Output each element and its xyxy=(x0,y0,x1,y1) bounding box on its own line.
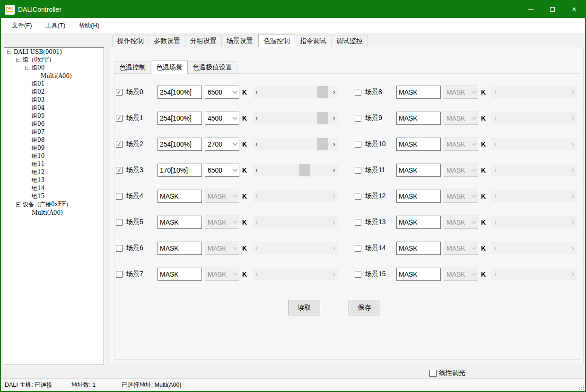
checkbox-icon[interactable] xyxy=(355,271,361,278)
slider-thumb[interactable] xyxy=(317,138,328,150)
scene-level-input[interactable] xyxy=(157,216,202,229)
subtab-色温场景[interactable]: 色温场景 xyxy=(151,61,188,74)
linear-dimming-checkbox-box[interactable] xyxy=(429,370,437,377)
scene-checkbox[interactable]: ✓ xyxy=(116,167,122,174)
tab-分组设置[interactable]: 分组设置 xyxy=(185,35,222,47)
checkbox-icon[interactable] xyxy=(116,193,122,200)
checkbox-icon[interactable] xyxy=(355,167,361,174)
scene-level-input[interactable] xyxy=(157,138,202,151)
slider-track[interactable] xyxy=(261,86,330,98)
scene-level-input[interactable] xyxy=(157,190,202,203)
tree-node-18[interactable]: 组15 xyxy=(4,192,104,200)
subtab-色温控制[interactable]: 色温控制 xyxy=(114,61,151,74)
scene-temp-dropdown[interactable]: MASK xyxy=(205,242,239,255)
slider-track[interactable] xyxy=(261,138,330,150)
slider-right-arrow-icon[interactable]: › xyxy=(330,112,338,124)
scene-temp-dropdown[interactable]: MASK xyxy=(205,216,239,229)
scene-checkbox[interactable] xyxy=(116,219,122,226)
checkbox-icon[interactable] xyxy=(355,141,361,148)
scene-level-input[interactable] xyxy=(396,216,441,229)
scene-checkbox[interactable]: ✓ xyxy=(116,141,122,148)
maximize-button[interactable] xyxy=(542,1,563,18)
tree-node-4[interactable]: 组01 xyxy=(4,80,104,88)
checkbox-icon[interactable] xyxy=(116,271,122,278)
tree-node-13[interactable]: 组10 xyxy=(4,152,104,160)
scene-checkbox[interactable] xyxy=(355,89,361,96)
scene-temp-dropdown[interactable]: MASK xyxy=(444,190,478,203)
slider-thumb[interactable] xyxy=(317,86,328,98)
tree-node-8[interactable]: 组05 xyxy=(4,112,104,120)
tree-node-12[interactable]: 组09 xyxy=(4,144,104,152)
tree-node-5[interactable]: 组02 xyxy=(4,88,104,96)
scene-temp-dropdown[interactable]: MASK xyxy=(205,190,239,203)
resize-grip[interactable] xyxy=(579,385,584,390)
tab-操作控制[interactable]: 操作控制 xyxy=(112,35,149,47)
scene-level-input[interactable] xyxy=(396,190,441,203)
scene-level-input[interactable] xyxy=(157,86,202,99)
slider-right-arrow-icon[interactable]: › xyxy=(330,138,338,150)
scene-level-input[interactable] xyxy=(157,164,202,177)
slider-thumb[interactable] xyxy=(299,164,310,176)
tree-node-0[interactable]: DALI USB(0001) xyxy=(4,48,104,56)
scene-temp-dropdown[interactable]: MASK xyxy=(444,112,478,125)
slider-left-arrow-icon[interactable]: ‹ xyxy=(253,138,261,150)
scene-temp-dropdown[interactable]: 4500 xyxy=(205,112,239,125)
scene-level-input[interactable] xyxy=(396,268,441,281)
read-button[interactable]: 读取 xyxy=(289,300,320,315)
tree-node-1[interactable]: 组（0xFF） xyxy=(4,56,104,64)
tree-node-2[interactable]: 组00 xyxy=(4,64,104,72)
scene-temp-dropdown[interactable]: MASK xyxy=(444,216,478,229)
scene-checkbox[interactable] xyxy=(355,141,361,148)
save-button[interactable]: 保存 xyxy=(349,300,380,315)
scene-slider[interactable]: ‹› xyxy=(253,138,338,150)
scene-checkbox[interactable] xyxy=(355,167,361,174)
tree-node-17[interactable]: 组14 xyxy=(4,184,104,192)
scene-checkbox[interactable] xyxy=(355,115,361,122)
tree-node-14[interactable]: 组11 xyxy=(4,160,104,168)
menu-item-0[interactable]: 文件(F) xyxy=(5,19,39,32)
scene-level-input[interactable] xyxy=(396,164,441,177)
scene-slider[interactable]: ‹› xyxy=(253,164,338,176)
scene-level-input[interactable] xyxy=(157,242,202,255)
scene-level-input[interactable] xyxy=(396,86,441,99)
scene-temp-dropdown[interactable]: MASK xyxy=(444,242,478,255)
tab-色温控制[interactable]: 色温控制 xyxy=(258,34,295,47)
slider-track[interactable] xyxy=(261,112,330,124)
scene-checkbox[interactable]: ✓ xyxy=(116,115,122,122)
scene-checkbox[interactable] xyxy=(355,245,361,252)
scene-level-input[interactable] xyxy=(157,268,202,281)
checkbox-icon[interactable] xyxy=(355,193,361,200)
tree-expander-icon[interactable] xyxy=(16,202,20,207)
scene-temp-dropdown[interactable]: MASK xyxy=(444,164,478,177)
tree-node-6[interactable]: 组03 xyxy=(4,96,104,104)
checkbox-icon[interactable] xyxy=(116,245,122,252)
scene-level-input[interactable] xyxy=(396,242,441,255)
scene-slider[interactable]: ‹› xyxy=(253,112,338,124)
close-button[interactable]: × xyxy=(563,1,585,18)
slider-right-arrow-icon[interactable]: › xyxy=(330,86,338,98)
scene-level-input[interactable] xyxy=(396,112,441,125)
scene-level-input[interactable] xyxy=(157,112,202,125)
slider-thumb[interactable] xyxy=(317,112,328,124)
scene-checkbox[interactable] xyxy=(116,193,122,200)
checkbox-icon[interactable] xyxy=(355,219,361,226)
tree-expander-icon[interactable] xyxy=(7,50,11,54)
scene-checkbox[interactable]: ✓ xyxy=(116,89,122,96)
scene-checkbox[interactable] xyxy=(355,219,361,226)
checkbox-icon[interactable] xyxy=(355,89,361,96)
slider-left-arrow-icon[interactable]: ‹ xyxy=(253,164,261,176)
menu-item-2[interactable]: 帮助(H) xyxy=(72,19,106,32)
scene-temp-dropdown[interactable]: 6500 xyxy=(205,86,239,99)
scene-temp-dropdown[interactable]: 6500 xyxy=(205,164,239,177)
tree-node-9[interactable]: 组06 xyxy=(4,120,104,128)
menu-item-1[interactable]: 工具(T) xyxy=(39,19,72,32)
scene-level-input[interactable] xyxy=(396,138,441,151)
scene-checkbox[interactable] xyxy=(355,271,361,278)
tab-参数设置[interactable]: 参数设置 xyxy=(149,35,185,47)
scene-temp-dropdown[interactable]: MASK xyxy=(444,268,478,281)
tab-场景设置[interactable]: 场景设置 xyxy=(222,35,258,47)
scene-temp-dropdown[interactable]: MASK xyxy=(444,138,478,151)
tab-调试监控[interactable]: 调试监控 xyxy=(332,35,368,47)
scene-temp-dropdown[interactable]: MASK xyxy=(205,268,239,281)
scene-checkbox[interactable] xyxy=(116,271,122,278)
